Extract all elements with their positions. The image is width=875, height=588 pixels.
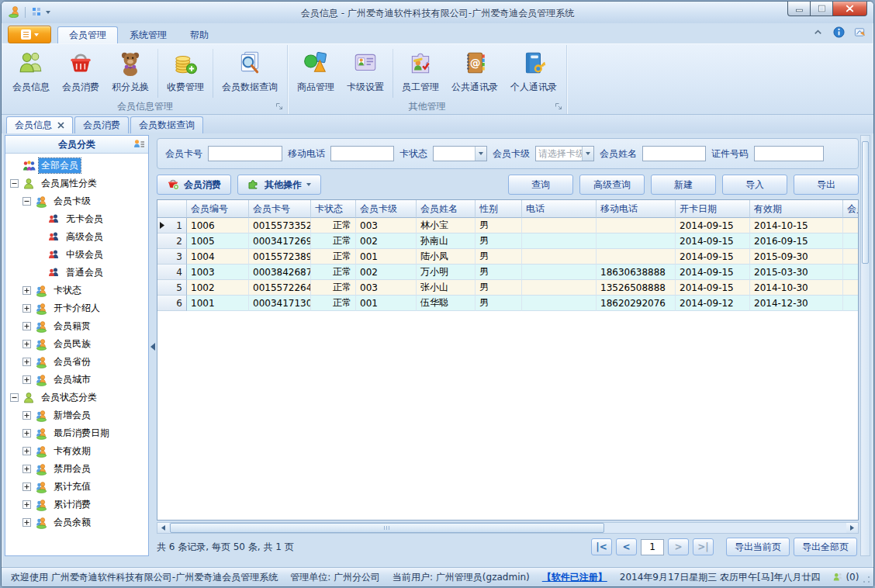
grid-cell[interactable] (597, 249, 676, 265)
ribbon-item-personal_contacts[interactable]: 个人通讯录 (504, 47, 563, 99)
grid-cell[interactable]: 0003417269 (249, 233, 311, 249)
grid-cell[interactable]: 正常 (311, 280, 356, 296)
tree-item-11[interactable]: 会员民族 (5, 335, 148, 353)
grid-cell[interactable] (597, 218, 676, 233)
grid-cell[interactable] (597, 233, 676, 249)
page-number-input[interactable]: 1 (641, 539, 664, 555)
tree-plus-icon[interactable] (22, 411, 31, 420)
grid-cell[interactable]: 1004 (187, 249, 249, 265)
tree-item-12[interactable]: 会员省份 (5, 353, 148, 371)
doc-tab-1[interactable]: 会员信息 (6, 116, 73, 133)
doc-tab-2[interactable]: 会员消费 (74, 116, 129, 133)
query-button[interactable]: 查询 (508, 175, 573, 195)
row-indicator[interactable]: 6 (157, 296, 187, 311)
tree-item-15[interactable]: 新增会员 (5, 406, 148, 424)
grid-cell[interactable]: 万小明 (417, 265, 476, 280)
grid-cell[interactable]: 2015-03-30 (750, 265, 843, 280)
layout-grid-icon[interactable] (30, 5, 43, 20)
tree-item-6[interactable]: 中级会员 (5, 246, 148, 264)
tree-plus-icon[interactable] (22, 500, 31, 509)
search-card_status-combo[interactable] (433, 146, 487, 161)
tree-item-20[interactable]: 累计消费 (5, 496, 148, 514)
grid-cell[interactable]: 2016-09-15 (750, 233, 843, 249)
grid-cell[interactable]: 0015572264 (249, 280, 311, 296)
member-consume-button[interactable]: 会员消费 (157, 175, 231, 195)
grid-cell[interactable]: 2014-09-15 (676, 233, 750, 249)
table-row[interactable]: 410030003842687正常002万小明男186306388882014-… (157, 265, 858, 280)
chevron-down-icon[interactable] (475, 147, 486, 161)
doc-tab-3[interactable]: 会员数据查询 (130, 116, 203, 133)
grid-column-header[interactable]: 卡状态 (311, 200, 356, 218)
tree-plus-icon[interactable] (22, 483, 31, 491)
close-tab-icon[interactable] (57, 120, 64, 131)
grid-cell[interactable] (843, 265, 859, 280)
last-page-button[interactable]: >| (693, 538, 714, 555)
dialog-launcher-icon[interactable] (275, 102, 285, 112)
horizontal-scrollbar[interactable] (157, 522, 859, 534)
minimize-button[interactable] (787, 2, 811, 16)
scroll-left-icon[interactable] (157, 523, 169, 533)
grid-cell[interactable]: 1001 (187, 296, 249, 311)
grid-cell[interactable] (522, 249, 597, 265)
grid-cell[interactable]: 1006 (187, 218, 249, 233)
ribbon-item-member_data_query[interactable]: 会员数据查询 (216, 47, 284, 99)
grid-column-header[interactable]: 会员编号 (187, 200, 249, 218)
grid-cell[interactable] (522, 218, 597, 233)
grid-cell[interactable]: 1003 (187, 265, 249, 280)
grid-column-header[interactable]: 会员姓名 (417, 200, 476, 218)
search-card_no-input[interactable] (208, 146, 282, 161)
tree-plus-icon[interactable] (22, 518, 31, 527)
grid-cell[interactable] (522, 265, 597, 280)
grid-column-header[interactable]: 性别 (476, 200, 522, 218)
ribbon-item-points_exchange[interactable]: 积分兑换 (105, 47, 155, 99)
grid-cell[interactable]: 正常 (311, 296, 356, 311)
tree-plus-icon[interactable] (22, 465, 31, 473)
grid-cell[interactable]: 13526508888 (597, 280, 676, 296)
grid-column-header[interactable]: 会员卡级 (356, 200, 417, 218)
grid-cell[interactable]: 0003842687 (249, 265, 311, 280)
grid-cell[interactable]: 正常 (311, 249, 356, 265)
ribbon-tab-3[interactable]: 帮助 (178, 26, 220, 43)
tree-plus-icon[interactable] (22, 375, 31, 384)
application-menu-button[interactable] (8, 26, 51, 43)
grid-cell[interactable]: 0015573352 (249, 218, 311, 233)
grid-cell[interactable]: 男 (476, 296, 522, 311)
resize-grip[interactable] (863, 576, 870, 583)
row-indicator[interactable]: 3 (157, 249, 187, 265)
ribbon-item-fee_mgmt[interactable]: 收费管理 (161, 47, 210, 99)
search-id_no-input[interactable] (754, 146, 824, 161)
tree-item-14[interactable]: 会员状态分类 (5, 389, 148, 406)
table-row[interactable]: 110060015573352正常003林小宝男2014-09-152014-1… (157, 218, 858, 233)
vertical-scrollbar[interactable] (860, 135, 870, 556)
table-row[interactable]: 510020015572264正常003张小山男135265088882014-… (157, 280, 858, 296)
grid-cell[interactable] (522, 296, 597, 311)
tree-item-1[interactable]: 全部会员 (5, 157, 148, 175)
tree-plus-icon[interactable] (22, 304, 31, 313)
tree-plus-icon[interactable] (22, 429, 31, 438)
new-button[interactable]: 新建 (651, 175, 716, 195)
import-button[interactable]: 导入 (722, 175, 787, 195)
grid-cell[interactable] (843, 218, 859, 233)
table-row[interactable]: 610010003417130正常001伍华聪男186202920762014-… (157, 296, 858, 311)
export-current-page-button[interactable]: 导出当前页 (726, 538, 790, 556)
dropdown-arrow-icon[interactable] (46, 11, 50, 14)
chevron-up-icon[interactable] (812, 26, 824, 40)
grid-column-header[interactable]: 电话 (522, 200, 597, 218)
grid-cell[interactable]: 002 (356, 265, 417, 280)
grid-cell[interactable]: 1005 (187, 233, 249, 249)
grid-cell[interactable]: 2014-09-15 (676, 249, 750, 265)
ribbon-item-card_level_set[interactable]: 卡级设置 (341, 47, 390, 99)
row-indicator[interactable]: 5 (157, 280, 187, 296)
grid-cell[interactable]: 男 (476, 249, 522, 265)
table-row[interactable]: 210050003417269正常002孙南山男2014-09-152016-0… (157, 233, 858, 249)
grid-cell[interactable]: 003 (356, 218, 417, 233)
grid-cell[interactable]: 男 (476, 218, 522, 233)
grid-column-header[interactable]: 会员卡号 (249, 200, 311, 218)
row-indicator[interactable]: 1 (157, 218, 187, 233)
grid-cell[interactable] (843, 280, 859, 296)
tree-minus-icon[interactable] (22, 197, 31, 206)
tree-plus-icon[interactable] (22, 286, 31, 295)
search-card_level-combo[interactable]: 请选择卡级 (535, 146, 594, 161)
grid-cell[interactable]: 0003417130 (249, 296, 311, 311)
ribbon-tab-2[interactable]: 系统管理 (118, 26, 178, 43)
